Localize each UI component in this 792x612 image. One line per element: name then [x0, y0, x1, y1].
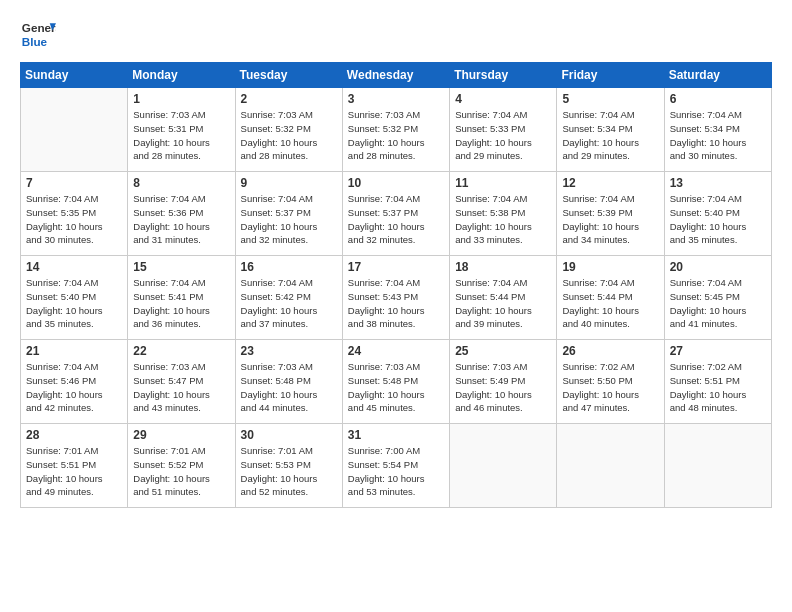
calendar-header-tuesday: Tuesday: [235, 63, 342, 88]
day-number: 12: [562, 176, 658, 190]
day-info: Sunrise: 7:04 AM Sunset: 5:40 PM Dayligh…: [670, 192, 766, 247]
day-number: 1: [133, 92, 229, 106]
calendar-cell: 13Sunrise: 7:04 AM Sunset: 5:40 PM Dayli…: [664, 172, 771, 256]
calendar-cell: 21Sunrise: 7:04 AM Sunset: 5:46 PM Dayli…: [21, 340, 128, 424]
day-info: Sunrise: 7:04 AM Sunset: 5:42 PM Dayligh…: [241, 276, 337, 331]
day-info: Sunrise: 7:01 AM Sunset: 5:52 PM Dayligh…: [133, 444, 229, 499]
calendar-cell: 23Sunrise: 7:03 AM Sunset: 5:48 PM Dayli…: [235, 340, 342, 424]
day-info: Sunrise: 7:04 AM Sunset: 5:37 PM Dayligh…: [241, 192, 337, 247]
calendar-cell: 29Sunrise: 7:01 AM Sunset: 5:52 PM Dayli…: [128, 424, 235, 508]
day-info: Sunrise: 7:04 AM Sunset: 5:37 PM Dayligh…: [348, 192, 444, 247]
calendar-cell: 18Sunrise: 7:04 AM Sunset: 5:44 PM Dayli…: [450, 256, 557, 340]
day-info: Sunrise: 7:04 AM Sunset: 5:39 PM Dayligh…: [562, 192, 658, 247]
header: General Blue: [20, 16, 772, 52]
calendar-week-3: 14Sunrise: 7:04 AM Sunset: 5:40 PM Dayli…: [21, 256, 772, 340]
day-info: Sunrise: 7:03 AM Sunset: 5:32 PM Dayligh…: [241, 108, 337, 163]
calendar-header-wednesday: Wednesday: [342, 63, 449, 88]
calendar-cell: 20Sunrise: 7:04 AM Sunset: 5:45 PM Dayli…: [664, 256, 771, 340]
day-info: Sunrise: 7:04 AM Sunset: 5:41 PM Dayligh…: [133, 276, 229, 331]
day-number: 23: [241, 344, 337, 358]
day-info: Sunrise: 7:04 AM Sunset: 5:34 PM Dayligh…: [562, 108, 658, 163]
day-number: 2: [241, 92, 337, 106]
day-info: Sunrise: 7:00 AM Sunset: 5:54 PM Dayligh…: [348, 444, 444, 499]
calendar-cell: 31Sunrise: 7:00 AM Sunset: 5:54 PM Dayli…: [342, 424, 449, 508]
day-info: Sunrise: 7:04 AM Sunset: 5:45 PM Dayligh…: [670, 276, 766, 331]
calendar-header-sunday: Sunday: [21, 63, 128, 88]
day-info: Sunrise: 7:04 AM Sunset: 5:44 PM Dayligh…: [455, 276, 551, 331]
day-number: 31: [348, 428, 444, 442]
day-number: 15: [133, 260, 229, 274]
day-number: 19: [562, 260, 658, 274]
calendar-cell: 10Sunrise: 7:04 AM Sunset: 5:37 PM Dayli…: [342, 172, 449, 256]
day-number: 11: [455, 176, 551, 190]
calendar-cell: 17Sunrise: 7:04 AM Sunset: 5:43 PM Dayli…: [342, 256, 449, 340]
day-number: 25: [455, 344, 551, 358]
day-number: 7: [26, 176, 122, 190]
day-number: 21: [26, 344, 122, 358]
day-number: 6: [670, 92, 766, 106]
day-number: 8: [133, 176, 229, 190]
day-info: Sunrise: 7:02 AM Sunset: 5:50 PM Dayligh…: [562, 360, 658, 415]
calendar-cell: 7Sunrise: 7:04 AM Sunset: 5:35 PM Daylig…: [21, 172, 128, 256]
day-number: 18: [455, 260, 551, 274]
day-info: Sunrise: 7:04 AM Sunset: 5:33 PM Dayligh…: [455, 108, 551, 163]
calendar-cell: [21, 88, 128, 172]
day-info: Sunrise: 7:03 AM Sunset: 5:32 PM Dayligh…: [348, 108, 444, 163]
calendar-cell: 24Sunrise: 7:03 AM Sunset: 5:48 PM Dayli…: [342, 340, 449, 424]
day-number: 17: [348, 260, 444, 274]
day-number: 16: [241, 260, 337, 274]
day-number: 28: [26, 428, 122, 442]
day-info: Sunrise: 7:04 AM Sunset: 5:38 PM Dayligh…: [455, 192, 551, 247]
calendar-cell: 22Sunrise: 7:03 AM Sunset: 5:47 PM Dayli…: [128, 340, 235, 424]
calendar-cell: [557, 424, 664, 508]
calendar-header-friday: Friday: [557, 63, 664, 88]
calendar-cell: 28Sunrise: 7:01 AM Sunset: 5:51 PM Dayli…: [21, 424, 128, 508]
svg-text:Blue: Blue: [22, 35, 48, 48]
calendar-cell: [664, 424, 771, 508]
day-info: Sunrise: 7:04 AM Sunset: 5:44 PM Dayligh…: [562, 276, 658, 331]
calendar-cell: 11Sunrise: 7:04 AM Sunset: 5:38 PM Dayli…: [450, 172, 557, 256]
day-info: Sunrise: 7:03 AM Sunset: 5:49 PM Dayligh…: [455, 360, 551, 415]
calendar-cell: 4Sunrise: 7:04 AM Sunset: 5:33 PM Daylig…: [450, 88, 557, 172]
day-info: Sunrise: 7:04 AM Sunset: 5:35 PM Dayligh…: [26, 192, 122, 247]
calendar-cell: 9Sunrise: 7:04 AM Sunset: 5:37 PM Daylig…: [235, 172, 342, 256]
calendar-cell: 19Sunrise: 7:04 AM Sunset: 5:44 PM Dayli…: [557, 256, 664, 340]
day-number: 3: [348, 92, 444, 106]
page: General Blue SundayMondayTuesdayWednesda…: [0, 0, 792, 612]
day-number: 30: [241, 428, 337, 442]
day-number: 26: [562, 344, 658, 358]
calendar-body: 1Sunrise: 7:03 AM Sunset: 5:31 PM Daylig…: [21, 88, 772, 508]
calendar-week-1: 1Sunrise: 7:03 AM Sunset: 5:31 PM Daylig…: [21, 88, 772, 172]
calendar-cell: [450, 424, 557, 508]
day-number: 5: [562, 92, 658, 106]
day-number: 27: [670, 344, 766, 358]
day-info: Sunrise: 7:04 AM Sunset: 5:34 PM Dayligh…: [670, 108, 766, 163]
calendar-cell: 26Sunrise: 7:02 AM Sunset: 5:50 PM Dayli…: [557, 340, 664, 424]
calendar-cell: 15Sunrise: 7:04 AM Sunset: 5:41 PM Dayli…: [128, 256, 235, 340]
calendar-cell: 6Sunrise: 7:04 AM Sunset: 5:34 PM Daylig…: [664, 88, 771, 172]
logo: General Blue: [20, 16, 56, 52]
calendar-cell: 2Sunrise: 7:03 AM Sunset: 5:32 PM Daylig…: [235, 88, 342, 172]
day-number: 13: [670, 176, 766, 190]
day-info: Sunrise: 7:03 AM Sunset: 5:48 PM Dayligh…: [241, 360, 337, 415]
calendar-week-2: 7Sunrise: 7:04 AM Sunset: 5:35 PM Daylig…: [21, 172, 772, 256]
calendar: SundayMondayTuesdayWednesdayThursdayFrid…: [20, 62, 772, 508]
day-number: 29: [133, 428, 229, 442]
calendar-cell: 5Sunrise: 7:04 AM Sunset: 5:34 PM Daylig…: [557, 88, 664, 172]
day-info: Sunrise: 7:02 AM Sunset: 5:51 PM Dayligh…: [670, 360, 766, 415]
logo-icon: General Blue: [20, 16, 56, 52]
calendar-cell: 30Sunrise: 7:01 AM Sunset: 5:53 PM Dayli…: [235, 424, 342, 508]
calendar-week-4: 21Sunrise: 7:04 AM Sunset: 5:46 PM Dayli…: [21, 340, 772, 424]
calendar-cell: 14Sunrise: 7:04 AM Sunset: 5:40 PM Dayli…: [21, 256, 128, 340]
day-number: 24: [348, 344, 444, 358]
day-number: 9: [241, 176, 337, 190]
svg-text:General: General: [22, 21, 56, 34]
day-number: 4: [455, 92, 551, 106]
day-info: Sunrise: 7:01 AM Sunset: 5:51 PM Dayligh…: [26, 444, 122, 499]
day-number: 14: [26, 260, 122, 274]
day-info: Sunrise: 7:04 AM Sunset: 5:36 PM Dayligh…: [133, 192, 229, 247]
calendar-header-row: SundayMondayTuesdayWednesdayThursdayFrid…: [21, 63, 772, 88]
calendar-week-5: 28Sunrise: 7:01 AM Sunset: 5:51 PM Dayli…: [21, 424, 772, 508]
calendar-cell: 27Sunrise: 7:02 AM Sunset: 5:51 PM Dayli…: [664, 340, 771, 424]
day-info: Sunrise: 7:04 AM Sunset: 5:43 PM Dayligh…: [348, 276, 444, 331]
